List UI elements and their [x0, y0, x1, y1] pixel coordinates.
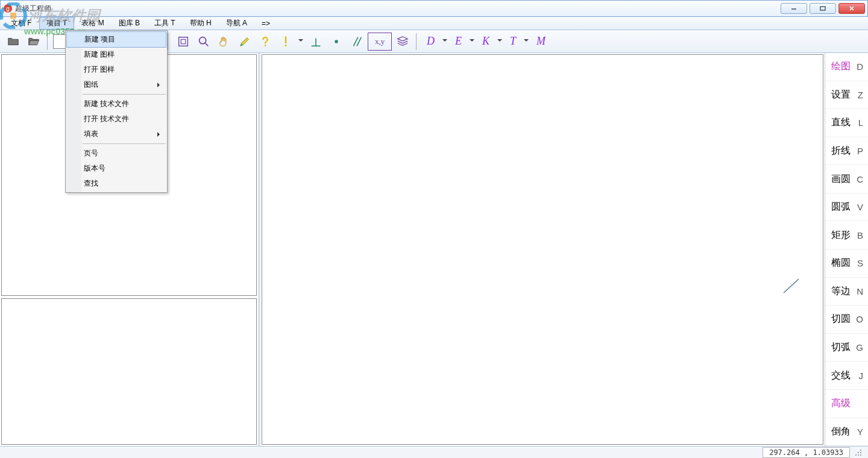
menu-item[interactable]: 打开 图样 [66, 62, 167, 77]
menu-item[interactable]: 新建 技术文件 [66, 96, 167, 111]
perpendicular-icon[interactable] [306, 33, 326, 51]
canvas-stroke [781, 278, 805, 296]
open-folder-icon[interactable] [24, 33, 43, 51]
menu-file[interactable]: 文档 F [4, 17, 39, 30]
tool-d[interactable]: D [422, 35, 439, 48]
svg-point-22 [858, 452, 859, 453]
svg-text:g: g [6, 5, 10, 12]
menu-nav[interactable]: 导航 A [219, 17, 254, 30]
layers-icon[interactable] [393, 33, 412, 51]
tool-t[interactable]: T [505, 35, 521, 48]
sidebar-item[interactable]: 倒角Y [825, 418, 868, 447]
dropdown-arrow-icon[interactable] [441, 39, 449, 44]
sidebar-item[interactable]: 矩形B [825, 221, 868, 249]
sidebar-item-shortcut: L [858, 118, 863, 128]
hand-icon[interactable] [215, 33, 234, 51]
menu-help[interactable]: 帮助 H [183, 17, 219, 30]
sidebar-item-label: 切圆 [831, 313, 851, 325]
dropdown-arrow-icon[interactable] [468, 39, 476, 44]
sidebar-item-label: 椭圆 [831, 257, 851, 269]
sidebar-item-label: 倒角 [831, 425, 851, 438]
svg-point-23 [860, 452, 861, 453]
dropdown-arrow-icon[interactable] [495, 39, 504, 44]
warning-icon[interactable] [276, 33, 295, 51]
sidebar-item-label: 高级 [831, 397, 851, 410]
left-lower-panel[interactable] [1, 298, 257, 445]
menu-item[interactable]: 图纸 [66, 77, 167, 92]
close-button[interactable] [838, 3, 865, 14]
sidebar-item[interactable]: 画圆C [825, 165, 868, 193]
sidebar-item[interactable]: 切圆O [825, 306, 868, 334]
app-icon: g [3, 4, 13, 13]
sidebar-item[interactable]: 高级 [825, 390, 868, 418]
sidebar-item-shortcut: D [857, 61, 863, 72]
svg-point-17 [335, 40, 338, 43]
sidebar-item[interactable]: 直线L [825, 109, 868, 137]
sidebar-item-shortcut: N [857, 286, 863, 296]
dropdown-arrow-icon[interactable] [297, 39, 305, 44]
sidebar-item-shortcut: P [857, 146, 863, 156]
point-icon[interactable] [327, 33, 346, 51]
svg-point-21 [860, 450, 861, 451]
separator [416, 33, 418, 50]
menu-tools[interactable]: 工具 T [147, 17, 183, 30]
sidebar-item-label: 绘图 [831, 60, 851, 73]
svg-point-10 [200, 37, 206, 43]
drawing-canvas[interactable] [262, 54, 823, 445]
sidebar-item[interactable]: 折线P [825, 137, 868, 166]
help-icon[interactable] [256, 33, 275, 51]
menu-item[interactable]: 新建 项目 [66, 31, 166, 48]
sidebar-item-label: 等边 [831, 285, 851, 298]
svg-rect-5 [820, 7, 825, 10]
magnifier-icon[interactable] [194, 33, 213, 51]
sidebar-item-label: 矩形 [831, 229, 851, 242]
right-sidebar: 绘图D设置Z直线L折线P画圆C圆弧V矩形B椭圆S等边N切圆O切弧G交线J高级倒角… [825, 53, 868, 446]
sidebar-item[interactable]: 椭圆S [825, 249, 868, 278]
sidebar-item-shortcut: V [857, 202, 863, 212]
folder-icon[interactable] [4, 33, 23, 51]
sidebar-item-shortcut: S [857, 258, 863, 268]
resize-grip-icon[interactable] [854, 448, 863, 457]
tool-e[interactable]: E [450, 35, 467, 48]
sidebar-item-label: 画圆 [831, 173, 851, 186]
menu-bar: 文档 F 项目 T 表格 M 图库 B 工具 T 帮助 H 导航 A => [0, 17, 868, 30]
tool-m[interactable]: M [532, 35, 550, 48]
sidebar-item[interactable]: 切弧G [825, 334, 868, 362]
menu-item[interactable]: 版本号 [66, 161, 167, 176]
pencil-icon[interactable] [235, 33, 254, 51]
window-title: 超级工程师 [15, 4, 781, 14]
sidebar-item[interactable]: 设置Z [825, 81, 868, 110]
sidebar-item-shortcut: O [856, 314, 863, 324]
status-bar: 297.264 , 1.03933 [0, 446, 868, 458]
svg-point-25 [858, 454, 859, 456]
sidebar-item[interactable]: 交线J [825, 362, 868, 390]
menu-item[interactable]: 填表 [66, 127, 167, 142]
menu-library[interactable]: 图库 B [112, 17, 147, 30]
zoom-region-icon[interactable] [174, 33, 193, 51]
menu-arrow[interactable]: => [254, 18, 277, 29]
separator [168, 33, 170, 50]
sidebar-item-shortcut: Y [857, 427, 863, 437]
minimize-button[interactable] [781, 3, 807, 14]
separator [47, 33, 49, 50]
sidebar-item-shortcut: Z [858, 90, 863, 100]
menu-table[interactable]: 表格 M [74, 17, 111, 30]
menu-project[interactable]: 项目 T [39, 17, 75, 30]
sidebar-item-shortcut: J [859, 371, 864, 381]
menu-item[interactable]: 打开 技术文件 [66, 111, 167, 127]
parallel-icon[interactable] [347, 33, 366, 51]
sidebar-item-label: 切弧 [831, 341, 851, 354]
menu-item[interactable]: 查找 [66, 176, 167, 191]
sidebar-item[interactable]: 等边N [825, 278, 868, 306]
sidebar-item[interactable]: 圆弧V [825, 193, 868, 222]
menu-item[interactable]: 页号 [66, 146, 167, 161]
sidebar-item[interactable]: 绘图D [825, 53, 868, 81]
sidebar-item-shortcut: G [856, 342, 863, 353]
svg-line-11 [206, 43, 209, 46]
maximize-button[interactable] [810, 3, 836, 14]
tool-k[interactable]: K [477, 35, 494, 48]
coord-box[interactable]: x,y [368, 33, 392, 51]
menu-item[interactable]: 新建 图样 [66, 47, 167, 62]
dropdown-arrow-icon[interactable] [522, 39, 530, 44]
menu-separator [83, 143, 166, 144]
